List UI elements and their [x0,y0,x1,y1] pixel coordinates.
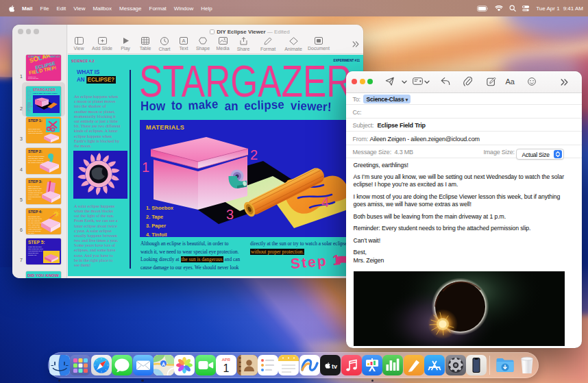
svg-text:A: A [182,38,185,44]
svg-text:A: A [162,362,165,367]
svg-text:APR: APR [222,358,231,362]
svg-text:tv: tv [332,363,337,370]
svg-text:1: 1 [223,362,230,374]
